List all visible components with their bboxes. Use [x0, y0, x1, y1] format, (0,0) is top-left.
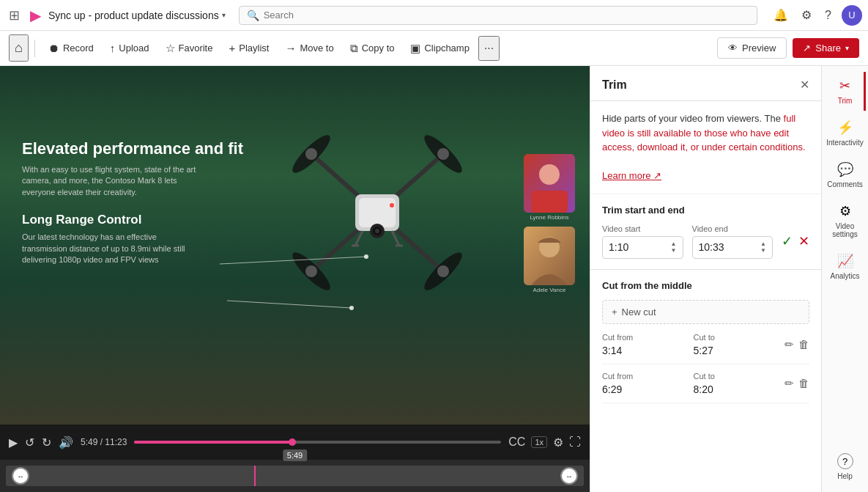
- moveto-button[interactable]: → Move to: [278, 37, 341, 59]
- settings-icon[interactable]: ⚙: [798, 5, 815, 25]
- sidebar-item-comments[interactable]: 💬 Comments: [825, 155, 866, 194]
- favorite-button[interactable]: ☆ Favorite: [158, 37, 220, 59]
- sidebar-item-analytics[interactable]: 📈 Analytics: [825, 247, 866, 286]
- cut-1-delete-button[interactable]: 🗑: [798, 338, 809, 351]
- video-start-field: Video start 1:10 ▲ ▼: [602, 224, 683, 259]
- help-icon[interactable]: ?: [822, 6, 834, 25]
- timeline-track[interactable]: 5:49 ↔ ↔: [6, 466, 584, 486]
- trim-start-end-section: Trim start and end Video start 1:10 ▲ ▼: [590, 194, 821, 270]
- trim-icon: ✂: [839, 78, 850, 94]
- progress-bar[interactable]: [134, 441, 501, 444]
- toolbar-right: 👁 Preview ↗ Share ▾: [717, 37, 859, 59]
- nav-actions: 🔔 ⚙ ? U: [771, 5, 862, 26]
- sidebar-item-trim[interactable]: ✂ Trim: [825, 72, 866, 111]
- forward-button[interactable]: ↻: [42, 436, 51, 449]
- search-input[interactable]: [264, 10, 749, 21]
- settings-video-button[interactable]: ⚙: [553, 436, 563, 449]
- toolbar-divider: [34, 40, 35, 57]
- search-box[interactable]: 🔍: [239, 6, 757, 25]
- rewind-button[interactable]: ↺: [25, 436, 34, 449]
- learn-more-link[interactable]: Learn more ↗: [602, 170, 661, 181]
- active-indicator: [864, 72, 866, 111]
- share-chevron-icon: ▾: [845, 44, 849, 52]
- progress-area: [134, 441, 501, 444]
- video-settings-icon: ⚙: [839, 203, 851, 219]
- title-chevron-icon: ▾: [222, 11, 226, 19]
- timeline-badge: 5:49: [283, 449, 307, 461]
- video-start-input[interactable]: 1:10 ▲ ▼: [602, 236, 683, 259]
- timeline-handle-right[interactable]: ↔: [560, 467, 578, 485]
- new-cut-icon: +: [612, 306, 617, 317]
- cut-2-from-label: Cut from: [602, 372, 688, 381]
- video-end-down[interactable]: ▼: [760, 248, 766, 254]
- cut-1-edit-button[interactable]: ✏: [784, 338, 794, 351]
- upload-icon: ↑: [110, 42, 116, 54]
- right-panel: Trim ✕ Hide parts of your video from vie…: [590, 66, 868, 492]
- app-title[interactable]: Sync up - product update discussions ▾: [48, 10, 226, 21]
- toolbar: ⌂ ⏺ Record ↑ Upload ☆ Favorite + Playlis…: [0, 31, 868, 66]
- cut-1-from-label: Cut from: [602, 333, 688, 342]
- cut-1-from-field: Cut from 3:14: [602, 333, 688, 356]
- sidebar-item-video-settings[interactable]: ⚙ Video settings: [825, 197, 866, 244]
- svg-point-17: [390, 203, 394, 208]
- progress-fill: [134, 441, 292, 444]
- video-desc: With an easy to use flight system, state…: [22, 164, 198, 198]
- video-end-value: 10:33: [699, 241, 761, 253]
- svg-rect-13: [359, 198, 396, 227]
- volume-button[interactable]: 🔊: [59, 436, 73, 449]
- more-button[interactable]: ···: [478, 36, 500, 61]
- trim-header: Trim ✕: [590, 66, 821, 101]
- upload-button[interactable]: ↑ Upload: [103, 37, 157, 59]
- new-cut-button[interactable]: + New cut: [602, 300, 809, 324]
- fullscreen-button[interactable]: ⛶: [569, 436, 581, 449]
- cut-2-edit-button[interactable]: ✏: [784, 377, 794, 390]
- cut-1-from-value: 3:14: [602, 345, 688, 356]
- notifications-icon[interactable]: 🔔: [771, 5, 791, 25]
- video-start-up[interactable]: ▲: [671, 241, 677, 247]
- search-icon: 🔍: [247, 10, 259, 21]
- cut-section-title: Cut from the middle: [602, 280, 809, 291]
- sidebar-item-help[interactable]: ? Help: [825, 447, 866, 486]
- cut-2-delete-button[interactable]: 🗑: [798, 377, 809, 390]
- preview-button[interactable]: 👁 Preview: [717, 37, 787, 59]
- cut-section: Cut from the middle + New cut Cut from 3…: [590, 270, 821, 421]
- video-range-desc: Our latest technology has an effective t…: [22, 232, 198, 265]
- svg-point-9: [437, 148, 449, 160]
- svg-point-11: [437, 265, 449, 277]
- video-start-label: Video start: [602, 224, 683, 233]
- video-content[interactable]: Elevated performance and fit With an eas…: [0, 66, 590, 425]
- presenter-thumb-1: Lynne Robbins: [524, 154, 575, 221]
- video-start-value: 1:10: [609, 241, 671, 253]
- playlist-button[interactable]: + Playlist: [221, 37, 276, 59]
- svg-point-8: [305, 148, 317, 160]
- svg-point-10: [305, 265, 317, 277]
- drone-svg: [275, 110, 480, 315]
- sidebar-item-interactivity[interactable]: ⚡ Interactivity: [825, 114, 866, 153]
- svg-point-16: [375, 229, 379, 233]
- trim-confirm-button[interactable]: ✓: [782, 233, 793, 249]
- share-button[interactable]: ↗ Share ▾: [793, 38, 859, 58]
- trim-cancel-button[interactable]: ✕: [798, 233, 809, 249]
- video-end-up[interactable]: ▲: [760, 241, 766, 247]
- video-end-input[interactable]: 10:33 ▲ ▼: [692, 236, 774, 259]
- speed-badge[interactable]: 1x: [531, 436, 547, 448]
- clipchamp-button[interactable]: ▣ Clipchamp: [403, 37, 476, 59]
- record-button[interactable]: ⏺ Record: [41, 37, 101, 59]
- home-button[interactable]: ⌂: [9, 34, 29, 62]
- presenter-avatar-2: [524, 227, 575, 285]
- grid-icon[interactable]: ⊞: [6, 4, 23, 26]
- video-end-label: Video end: [692, 224, 774, 233]
- time-display: 5:49 / 11:23: [81, 437, 127, 447]
- presenter-avatar-1: [524, 154, 575, 213]
- play-button[interactable]: ▶: [9, 436, 18, 449]
- copyto-button[interactable]: ⧉ Copy to: [343, 37, 402, 59]
- cut-2-to-value: 8:20: [694, 383, 779, 395]
- trim-title: Trim: [602, 78, 627, 92]
- timeline-handle-left[interactable]: ↔: [12, 467, 29, 485]
- avatar[interactable]: U: [842, 5, 862, 26]
- svg-point-23: [539, 164, 560, 185]
- clipchamp-icon: ▣: [410, 42, 420, 55]
- captions-button[interactable]: CC: [508, 436, 525, 449]
- trim-close-button[interactable]: ✕: [800, 78, 809, 92]
- video-start-down[interactable]: ▼: [671, 248, 677, 254]
